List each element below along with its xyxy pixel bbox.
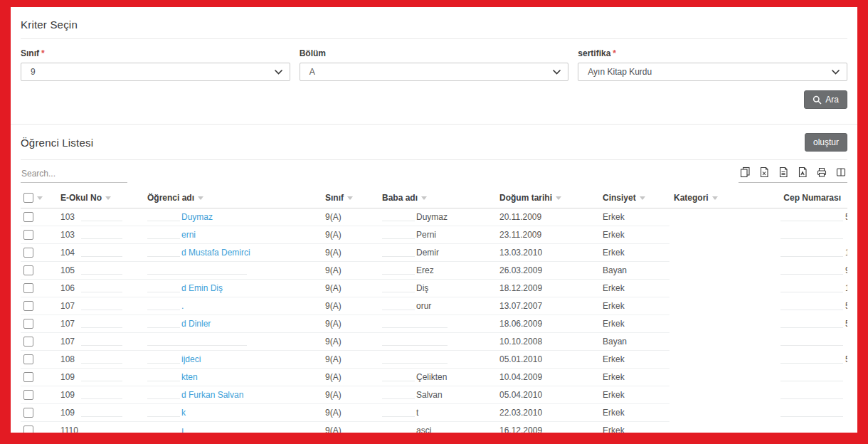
pdf-export-icon[interactable] [797, 166, 808, 178]
table-row: 109kten9(A)Çelikten10.04.2009Erkek [21, 369, 847, 386]
col-header-e-okul-no[interactable]: E-Okul No [56, 188, 143, 208]
row-checkbox[interactable] [23, 212, 33, 222]
row-checkbox[interactable] [23, 319, 33, 329]
cell-sinif: 9(A) [321, 404, 378, 422]
student-name-link[interactable]: d Mustafa Demirci [181, 248, 250, 258]
cell-kategori [669, 280, 776, 297]
create-button[interactable]: oluştur [805, 133, 847, 152]
cell-e-okul-no: 1110 [56, 422, 143, 433]
student-name-link[interactable]: k [181, 408, 186, 418]
bolum-select[interactable]: A [300, 63, 569, 81]
cell-select [21, 280, 56, 297]
cell-cinsiyet: Bayan [598, 333, 669, 351]
sertifika-select[interactable]: Ayın Kitap Kurdu [578, 63, 847, 81]
table-row: 109d Furkan Salvan9(A)Salvan05.04.2010Er… [21, 386, 847, 404]
col-header-cinsiyet[interactable]: Cinsiyet [598, 188, 669, 208]
cell-cinsiyet: Erkek [598, 351, 669, 369]
table-row: 108ijdeci9(A)05.01.2010Erkek53593 [21, 351, 847, 369]
cell-e-okul-no: 107 [56, 333, 143, 351]
row-checkbox[interactable] [23, 265, 33, 275]
cell-kategori [669, 386, 776, 404]
column-visibility-icon[interactable] [835, 166, 847, 178]
row-checkbox[interactable] [23, 283, 33, 293]
cell-e-okul-no: 109 [56, 386, 143, 404]
sort-caret-icon [105, 196, 111, 200]
copy-export-icon[interactable] [739, 166, 751, 178]
student-name-link[interactable]: . [181, 301, 184, 311]
select-all-checkbox[interactable] [23, 193, 33, 203]
row-checkbox[interactable] [23, 390, 33, 400]
cell-baba-adi: Perni [378, 226, 495, 244]
cell-baba-adi: Salvan [378, 386, 495, 404]
table-row: 107.9(A)orur13.07.2007Erkek53741 [21, 297, 847, 315]
row-checkbox[interactable] [23, 337, 33, 347]
cell-e-okul-no: 108 [56, 351, 143, 369]
student-name-link[interactable]: erni [181, 230, 196, 240]
student-name-link[interactable]: d Furkan Salvan [181, 390, 243, 400]
table-search-input[interactable] [21, 166, 127, 183]
cell-baba-adi: Diş [378, 280, 495, 297]
col-header-cep-numarasi[interactable]: Cep Numarası [776, 188, 847, 208]
row-checkbox[interactable] [23, 408, 33, 418]
cell-ogrenci-adi: ı [143, 422, 321, 433]
sertifika-label: sertifika* [578, 48, 847, 58]
field-bolum: Bölüm A [300, 48, 569, 81]
criteria-title: Kriter Seçin [21, 18, 847, 31]
cell-sinif: 9(A) [321, 386, 378, 404]
export-toolbar [739, 166, 847, 183]
cell-dogum-tarihi: 10.10.2008 [495, 333, 598, 351]
sort-caret-icon [556, 196, 561, 200]
cell-cinsiyet: Erkek [598, 386, 669, 404]
cell-ogrenci-adi [143, 262, 321, 280]
cell-select [21, 333, 56, 351]
cell-ogrenci-adi: k [143, 404, 321, 422]
csv-export-icon[interactable] [778, 166, 789, 178]
section-divider [11, 124, 857, 125]
sinif-select[interactable]: 9 [21, 63, 290, 81]
cell-sinif: 9(A) [321, 262, 378, 280]
student-name-link[interactable]: ı [181, 426, 184, 433]
cell-kategori [669, 351, 776, 369]
cell-dogum-tarihi: 10.04.2009 [495, 369, 598, 386]
cell-baba-adi: t [378, 404, 495, 422]
cell-ogrenci-adi: d Emin Diş [143, 280, 321, 297]
row-checkbox[interactable] [23, 354, 33, 364]
student-name-link[interactable]: Duymaz [181, 212, 213, 222]
col-header-baba-adi[interactable]: Baba adı [378, 188, 495, 208]
chevron-down-icon [275, 70, 282, 75]
sinif-label: Sınıf* [21, 48, 290, 58]
row-checkbox[interactable] [23, 248, 33, 258]
row-checkbox[interactable] [23, 230, 33, 240]
row-checkbox[interactable] [23, 426, 33, 433]
row-checkbox[interactable] [23, 372, 33, 382]
cell-dogum-tarihi: 13.07.2007 [495, 297, 598, 315]
student-name-link[interactable]: d Dinler [181, 319, 211, 329]
cell-kategori [669, 208, 776, 226]
sort-caret-icon [640, 196, 645, 200]
cell-dogum-tarihi: 05.04.2010 [495, 386, 598, 404]
cell-baba-adi [378, 315, 495, 333]
cell-select [21, 369, 56, 386]
student-name-link[interactable]: kten [181, 372, 198, 382]
row-checkbox[interactable] [23, 301, 33, 311]
cell-sinif: 9(A) [321, 369, 378, 386]
student-name-link[interactable]: d Emin Diş [181, 283, 223, 293]
sort-caret-icon [421, 196, 427, 200]
cell-sinif: 9(A) [321, 422, 378, 433]
table-row: 1110ı9(A)asci16.12.2009Erkek [21, 422, 847, 433]
print-icon[interactable] [816, 166, 827, 178]
cell-baba-adi: Duymaz [378, 208, 495, 226]
excel-export-icon[interactable] [758, 166, 770, 178]
col-header-sinif[interactable]: Sınıf [321, 188, 378, 208]
col-header-ogrenci-adi[interactable]: Öğrenci adı [143, 188, 321, 208]
cell-kategori [669, 262, 776, 280]
search-button[interactable]: Ara [804, 90, 847, 109]
table-row: 103erni9(A)Perni23.11.2009Erkek [21, 226, 847, 244]
student-name-link[interactable]: ijdeci [181, 354, 201, 364]
cell-dogum-tarihi: 13.03.2010 [495, 244, 598, 262]
select-all-caret-icon[interactable] [37, 196, 43, 200]
col-header-dogum-tarihi[interactable]: Doğum tarihi [495, 188, 598, 208]
student-table: E-Okul No Öğrenci adı Sınıf Baba adı Doğ… [21, 188, 847, 433]
cell-kategori [669, 369, 776, 386]
col-header-kategori[interactable]: Kategori [669, 188, 776, 208]
